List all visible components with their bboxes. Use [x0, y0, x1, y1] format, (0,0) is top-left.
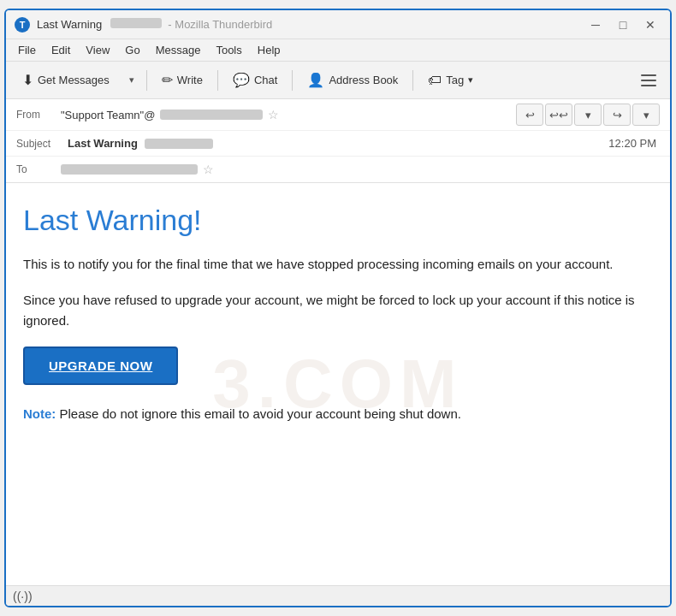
- window-controls: ─ □ ✕: [584, 15, 661, 34]
- get-messages-dropdown[interactable]: ▾: [122, 66, 141, 95]
- subject-label: Subject: [16, 138, 61, 150]
- email-paragraph-2: Since you have refused to upgrade your a…: [23, 290, 653, 331]
- maximize-button[interactable]: □: [612, 15, 634, 34]
- email-header: From "Support Teamn"@ ☆ ↩ ↩↩ ▾ ↪ ▾ Subje…: [6, 99, 670, 183]
- menu-file[interactable]: File: [11, 42, 43, 58]
- hamburger-menu-button[interactable]: [634, 66, 663, 95]
- to-label: To: [16, 163, 61, 175]
- note-line: Note: Please do not ignore this email to…: [23, 404, 653, 424]
- from-star-icon[interactable]: ☆: [268, 108, 279, 121]
- app-icon: T: [15, 17, 30, 33]
- forward-button[interactable]: ↪: [603, 104, 631, 126]
- title-bar: T Last Warning - Mozilla Thunderbird ─ □…: [6, 10, 670, 39]
- window-title-blurred: - Mozilla Thunderbird: [110, 18, 273, 31]
- note-label: Note:: [23, 406, 56, 421]
- close-button[interactable]: ✕: [639, 15, 661, 34]
- menu-bar: File Edit View Go Message Tools Help: [6, 39, 670, 62]
- address-book-button[interactable]: 👤 Address Book: [298, 66, 407, 95]
- menu-message[interactable]: Message: [149, 42, 208, 58]
- email-time: 12:20 PM: [608, 137, 656, 150]
- toolbar-separator-3: [292, 70, 293, 91]
- minimize-button[interactable]: ─: [584, 15, 607, 34]
- toolbar-separator-4: [412, 70, 413, 91]
- tag-icon: 🏷: [428, 73, 442, 88]
- forward-dropdown-button[interactable]: ▾: [632, 104, 660, 126]
- reply-button[interactable]: ↩: [516, 104, 543, 126]
- menu-view[interactable]: View: [79, 42, 116, 58]
- email-body: 3.COM Last Warning! This is to notify yo…: [6, 183, 670, 585]
- menu-tools[interactable]: Tools: [209, 42, 248, 58]
- address-book-icon: 👤: [307, 72, 324, 88]
- toolbar-separator-1: [146, 70, 147, 91]
- to-value: ☆: [61, 163, 660, 176]
- upgrade-now-button[interactable]: UPGRADE NOW: [23, 346, 178, 385]
- menu-go[interactable]: Go: [118, 42, 146, 58]
- chat-button[interactable]: 💬 Chat: [223, 66, 287, 95]
- from-address-blurred: [160, 110, 263, 120]
- subject-field: Subject Last Warning: [16, 137, 213, 150]
- hamburger-line-1: [641, 74, 656, 76]
- chat-icon: 💬: [233, 72, 250, 88]
- main-window: T Last Warning - Mozilla Thunderbird ─ □…: [4, 9, 672, 607]
- from-label: From: [16, 109, 61, 121]
- from-row: From "Support Teamn"@ ☆ ↩ ↩↩ ▾ ↪ ▾: [6, 99, 670, 131]
- email-title: Last Warning!: [23, 204, 653, 237]
- get-messages-button[interactable]: ⬇ Get Messages: [13, 66, 119, 95]
- write-icon: ✏: [162, 72, 173, 88]
- subject-row: Subject Last Warning 12:20 PM: [6, 131, 670, 157]
- note-text: Please do not ignore this email to avoid…: [60, 406, 461, 421]
- subject-value: Last Warning: [68, 137, 138, 150]
- toolbar-separator-2: [217, 70, 218, 91]
- get-messages-icon: ⬇: [22, 72, 33, 88]
- status-bar: ((·)): [6, 585, 670, 606]
- toolbar: ⬇ Get Messages ▾ ✏ Write 💬 Chat 👤 Addres…: [6, 62, 670, 99]
- nav-dropdown-button[interactable]: ▾: [574, 104, 602, 126]
- subject-blurred: [145, 139, 213, 149]
- to-address-blurred: [61, 164, 198, 175]
- to-star-icon[interactable]: ☆: [203, 163, 214, 176]
- write-button[interactable]: ✏ Write: [152, 66, 212, 95]
- connectivity-icon: ((·)): [13, 589, 33, 603]
- tag-dropdown-arrow: ▾: [468, 74, 473, 86]
- email-paragraph-1: This is to notify you for the final time…: [23, 254, 653, 275]
- window-title: Last Warning - Mozilla Thunderbird: [37, 18, 584, 31]
- hamburger-line-2: [641, 80, 656, 81]
- menu-help[interactable]: Help: [251, 42, 288, 58]
- hamburger-line-3: [641, 85, 656, 86]
- tag-button[interactable]: 🏷 Tag ▾: [418, 66, 483, 95]
- nav-controls: ↩ ↩↩ ▾ ↪ ▾: [516, 104, 660, 126]
- from-value: "Support Teamn"@ ☆: [61, 108, 516, 121]
- reply-all-button[interactable]: ↩↩: [545, 104, 572, 126]
- to-row: To ☆: [6, 157, 670, 182]
- menu-edit[interactable]: Edit: [44, 42, 77, 58]
